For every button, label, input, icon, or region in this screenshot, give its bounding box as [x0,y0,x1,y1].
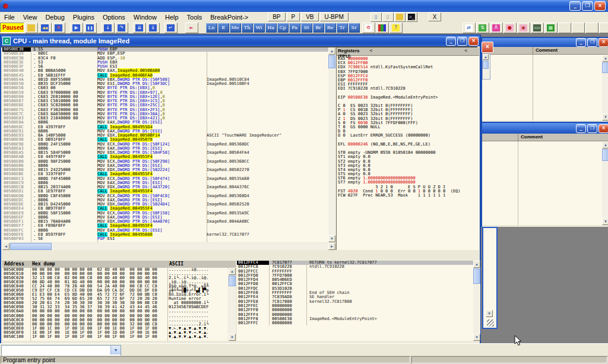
scroll-down-icon[interactable]: ▼ [602,218,608,225]
document-blue-button[interactable]: ▯ [370,12,382,22]
scroll-up-icon[interactable]: ▲ [473,261,480,268]
disasm-row[interactable]: 00508EF7.E8 F896F8FFCALL ImageRed.004955… [2,224,328,228]
command-combobox[interactable]: ▼ [1,345,121,356]
registers-header-arrows[interactable]: < < [369,48,478,55]
stack-pane[interactable]: 0012FFC47C817077RETURN to kernel32.7C817… [237,261,473,341]
document-gray-button[interactable]: ▯ [382,12,394,22]
minimize-button[interactable]: _ [446,37,456,46]
menu-item-view[interactable]: View [19,13,42,21]
pane-button-ha[interactable]: Ha [265,23,277,33]
scroll-down-icon[interactable]: ▼ [486,310,493,317]
binary-digits-button[interactable]: 010 [531,23,544,33]
menu-item-window[interactable]: Window [129,13,161,21]
restore-button[interactable]: ❐ [582,1,593,11]
hidden-window-scrollbar[interactable]: ▲ [482,53,490,80]
empty-button[interactable] [599,23,608,33]
disasm-row[interactable]: 00508E9D.8B0D 24F15000MOV ECX,DWORD PTR … [2,143,328,147]
menu-item-plugins[interactable]: Plugins [69,13,99,21]
run-button[interactable]: ▶ [70,23,83,33]
scroll-down-icon[interactable]: ▼ [602,113,608,121]
pane-button-br[interactable]: Br [313,23,324,33]
pane-button-wi[interactable]: Wi [254,23,265,33]
menu-item-file[interactable]: File [0,13,19,21]
disasm-row[interactable]: 00508EC3.8B0D 74F45000MOV ECX,DWORD PTR … [2,177,328,181]
side-vscrollbar[interactable]: ▲ ▼ [602,55,608,121]
side-window-body[interactable]: ▲ ▼ [482,141,608,225]
side-window-body[interactable]: ▲ ▼ [482,55,608,121]
step-over-button[interactable]: ↷ [115,23,128,33]
combobox-dropdown-icon[interactable]: ▼ [110,346,121,354]
menu-item-options[interactable]: Options [99,13,129,21]
pane-button-tr[interactable]: Tr [337,23,348,33]
collapsed-window-edge[interactable]: ▼ [482,227,498,329]
register-row[interactable]: O 0 LastErr ERROR_SUCCESS (00000000) [337,134,479,138]
menu-item-help[interactable]: Help [161,13,183,21]
scrollbar-thumb[interactable] [602,62,608,73]
disassembly-hscrollbar[interactable]: ◄ ► [2,243,335,250]
close-button[interactable]: × [598,38,608,47]
disasm-row[interactable]: 00508E38$55PUSH EBP [2,48,328,52]
side-window-titlebar[interactable]: _❐× [482,38,608,47]
menu-item-breakpoint[interactable]: BreakPoint-> [206,13,252,21]
restore-button[interactable]: ❐ [457,37,467,46]
empty-button[interactable] [572,23,585,33]
record-dot-button[interactable]: ● [504,23,517,33]
disasm-row[interactable]: 00508ED6.8B0D C8F45000MOV ECX,DWORD PTR … [2,194,328,198]
restore-button[interactable]: ❐ [587,38,597,47]
spiral-button[interactable]: ◉ [517,23,530,33]
memory-dump-pane[interactable]: 0050C00000 00 00 00 00 00 00 00 02 8D 40… [2,268,228,341]
execute-till-return-button[interactable]: ↵ [164,23,178,33]
scrollbar-thumb[interactable] [483,61,489,69]
scroll-down-icon[interactable]: ▼ [473,334,480,341]
appearance-button[interactable] [376,23,389,33]
dump-row[interactable]: 0050C1001F 00 1F 00 1F 00 1F 00 1F 00 1F… [2,335,228,339]
disasm-row[interactable]: 00508EB0.8B0D 98F25000MOV ECX,DWORD PTR … [2,160,328,164]
pane-button-pa[interactable]: Pa [289,23,300,33]
stack-vscrollbar[interactable]: ▲ ▼ [473,261,480,341]
updown-green-button[interactable]: ⇅ [476,23,489,33]
plugin-close-button[interactable]: X [428,12,442,21]
step-into-button[interactable]: ↓ [102,23,115,33]
register-row[interactable]: T 0 GS 0000 NULL [337,125,479,129]
animate-into-button[interactable]: ⇊ [133,23,146,33]
side-window-titlebar[interactable]: _❐× [482,123,608,134]
menu-item-tools[interactable]: Tools [183,13,207,21]
animate-over-button[interactable]: ⇓ [147,23,160,33]
register-row[interactable]: EDI 7C910228 ntdll.7C910228 [337,87,479,91]
resize-grip[interactable] [487,319,494,327]
menu-item-debug[interactable]: Debug [41,13,68,21]
options-gear-button[interactable]: ⚙ [362,23,375,33]
registers-pane[interactable]: Registers (FPU) < < EAX 00000000ECX 0012… [336,48,479,250]
app-titlebar[interactable]: ✹ _❐× [0,0,608,12]
disasm-row[interactable]: 00508E3B.83C4 F0ADD ESP,-10 [2,56,328,61]
register-row[interactable]: EFL 00000246 (NO,NB,E,BE,NS,PE,GE,LE) [337,143,479,147]
scrollbar-thumb[interactable] [229,276,236,286]
close-button[interactable]: × [594,1,606,11]
side-vscrollbar[interactable]: ▲ ▼ [602,141,608,225]
scroll-down-icon[interactable]: ▼ [229,334,236,341]
disasm-row[interactable]: 00508E83.C683 21040000 00MOV BYTE PTR DS… [2,116,328,121]
scroll-up-icon[interactable]: ▲ [602,55,608,62]
help-button[interactable]: ? [390,23,403,33]
comment-column-header[interactable]: Comment [521,134,543,140]
disassembly-pane[interactable]: 00508E38$55PUSH EBP00508E39.8BECMOV EBP,… [2,48,328,242]
scroll-up-icon[interactable]: ▲ [328,48,335,55]
restore-button[interactable]: ❐ [587,124,597,133]
scrollbar-thumb[interactable] [328,55,335,68]
scroll-down-icon[interactable]: ▼ [328,235,335,242]
disasm-row[interactable]: 00508EFE.E8 8597F8FFCALL ImageRed.004956… [2,233,328,237]
scrollbar-thumb[interactable] [473,268,480,284]
pane-button-th[interactable]: Th [242,23,253,33]
dump-vscrollbar[interactable]: ▲ ▼ [229,268,236,341]
cpu-window-titlebar[interactable]: C CPU - main thread, module ImageRed _❐× [1,36,480,46]
plugin-button-vb[interactable]: VB [301,12,318,21]
close-button[interactable]: × [468,37,479,46]
console-button[interactable]: >_ [406,12,417,22]
plugin-button-p[interactable]: P [287,12,300,21]
go-to-address-button[interactable]: ► [185,23,198,33]
register-row[interactable]: FCW 027F Prec NEAR,53 Mask 1 1 1 1 1 1 [337,194,479,198]
close-button[interactable]: × [598,124,608,133]
pane-button-me[interactable]: Me [230,23,241,33]
pane-button-re[interactable]: Re [325,23,336,33]
folder-yellow-button[interactable] [394,12,406,22]
